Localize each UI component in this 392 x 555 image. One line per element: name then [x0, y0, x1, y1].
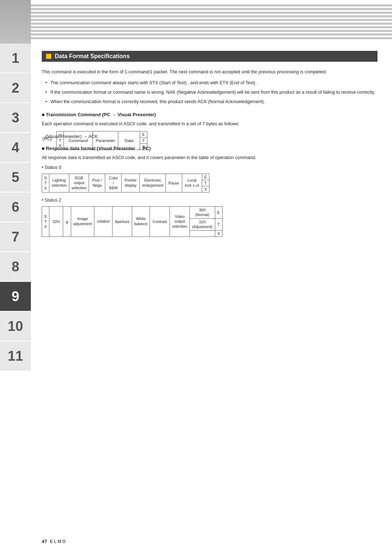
status0-label: • Status 0: [42, 165, 377, 170]
transmission-heading: Transmission Command (PC → Visual Presen…: [42, 112, 377, 117]
chapter-11: 11: [0, 341, 31, 370]
chapter-9: 9: [0, 282, 31, 311]
transmission-body: Each operation command is executed in AS…: [42, 120, 377, 127]
local-lock: Locallock o ut: [182, 174, 202, 193]
intro-text: This command is executed in the form of …: [42, 68, 377, 76]
status2-etx-e: E: [215, 207, 222, 219]
pause: Pause: [166, 174, 182, 193]
top-stripes: [31, 0, 392, 44]
color-bw: Color/B&W: [105, 174, 122, 193]
brand-name: ELMO: [50, 539, 67, 544]
val-32h: 32H: [49, 207, 63, 237]
main-content: Data Format Specifications This command …: [31, 44, 392, 264]
page-number: 47: [42, 539, 47, 544]
status2-etx-x: X: [215, 231, 222, 237]
chapter-8: 8: [0, 252, 31, 281]
image-adjustment: Imageadjustment: [71, 207, 94, 237]
val-31h-adjustment: 31H(Adjustment): [189, 219, 215, 231]
sidebar: 1 2 3 4 5 6 7 8 9 10 11: [0, 0, 31, 555]
chapter-4: 4: [0, 133, 31, 162]
status0-table: STX Lightingselection RGBoutputselection…: [42, 174, 209, 193]
electronic-enlargement: Electronicenlargement: [140, 174, 166, 193]
status2-empty: [189, 231, 215, 237]
posi-nega: Posi /Nega: [89, 174, 105, 193]
status2-label: • Status 2: [42, 198, 377, 203]
status0-table-wrapper: STX Lightingselection RGBoutputselection…: [42, 174, 377, 193]
status0-etx-t: T: [202, 180, 209, 186]
ack-line: (Visual Presenter) → ACK: [45, 134, 377, 139]
rgb-output-selection: RGBoutputselection: [69, 174, 89, 193]
bullet-2: If the communication format or command n…: [45, 89, 377, 96]
aperture: Aperture: [113, 207, 132, 237]
chapter-5: 5: [0, 163, 31, 192]
lighting-selection: Lightingselection: [49, 174, 69, 193]
video-output-selection: Videooutputselection: [170, 207, 189, 237]
pc-label: (PC): [42, 136, 52, 141]
status0-etx-e: E: [202, 174, 209, 180]
response-heading: Response data format (Visual Presenter →…: [42, 146, 377, 151]
page-footer: 47 ELMO: [31, 539, 392, 544]
chapter-6: 6: [0, 193, 31, 222]
rotation: rotation: [94, 207, 113, 237]
status2-table-wrapper: STX 32H γ Imageadjustment rotation Apert…: [42, 206, 377, 237]
status2-stx: STX: [42, 207, 49, 237]
chapter-1: 1: [0, 44, 31, 73]
bullet-1: The communication command always starts …: [45, 79, 377, 86]
chapter-7: 7: [0, 222, 31, 251]
section-title: Data Format Specifications: [42, 51, 377, 62]
chapter-3: 3: [0, 103, 31, 132]
white-balance: Whitebalance: [132, 207, 150, 237]
status2-table: STX 32H γ Imageadjustment rotation Apert…: [42, 206, 222, 237]
response-body: All response data is transmitted as ASCI…: [42, 154, 377, 161]
contrast: Contrast: [150, 207, 170, 237]
bullet-list: The communication command always starts …: [45, 79, 377, 105]
status2-etx-t: T: [215, 219, 222, 231]
pointer-display: Pointerdisplay: [122, 174, 140, 193]
chapter-10: 10: [0, 312, 31, 341]
val-30h-normal: 30H(Normal): [189, 207, 215, 219]
gamma: γ: [63, 207, 71, 237]
chapter-2: 2: [0, 73, 31, 102]
status0-stx: STX: [42, 174, 49, 193]
status0-etx-x: X: [202, 186, 209, 193]
bullet-3: When the communication format is correct…: [45, 98, 377, 105]
